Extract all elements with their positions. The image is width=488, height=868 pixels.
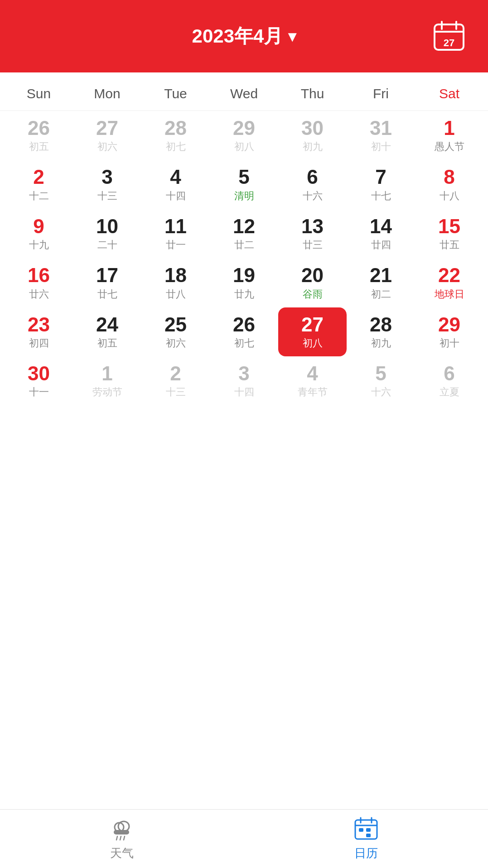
day-number: 13 <box>301 216 324 237</box>
day-cell[interactable]: 19廿九 <box>210 258 278 307</box>
day-cell[interactable]: 18廿八 <box>141 258 210 307</box>
day-lunar: 青年节 <box>298 385 328 399</box>
day-cell[interactable]: 30十一 <box>5 356 73 405</box>
calendar-grid: 26初五27初六28初七29初八30初九31初十1愚人节2十二3十三4十四5清明… <box>0 111 488 405</box>
day-cell[interactable]: 8十八 <box>415 160 483 209</box>
day-lunar: 愚人节 <box>435 140 464 153</box>
day-cell[interactable]: 26初七 <box>210 307 278 356</box>
day-cell[interactable]: 23初四 <box>5 307 73 356</box>
day-cell[interactable]: 30初九 <box>278 111 347 160</box>
month-year-text: 2023年4月 <box>192 24 283 49</box>
day-number: 4 <box>307 363 318 384</box>
day-cell[interactable]: 25初六 <box>141 307 210 356</box>
calendar-header: 2023年4月 ▾ 27 <box>0 0 488 72</box>
day-cell[interactable]: 20谷雨 <box>278 258 347 307</box>
calendar-svg: 27 <box>433 20 465 53</box>
weekday-wed: Wed <box>210 82 278 106</box>
day-cell[interactable]: 28初七 <box>141 111 210 160</box>
svg-line-9 <box>120 836 121 840</box>
day-number: 23 <box>28 314 50 336</box>
day-number: 26 <box>233 314 255 336</box>
day-number: 24 <box>96 314 118 336</box>
day-cell[interactable]: 22地球日 <box>415 258 483 307</box>
day-number: 18 <box>164 264 187 286</box>
day-cell[interactable]: 2十二 <box>5 160 73 209</box>
day-lunar: 立夏 <box>440 385 459 399</box>
day-cell[interactable]: 5清明 <box>210 160 278 209</box>
day-number: 9 <box>33 216 44 237</box>
day-cell[interactable]: 31初十 <box>347 111 415 160</box>
svg-line-8 <box>116 836 117 840</box>
svg-rect-15 <box>359 828 363 832</box>
day-lunar: 十四 <box>166 189 186 203</box>
day-cell[interactable]: 29初八 <box>210 111 278 160</box>
day-cell[interactable]: 1愚人节 <box>415 111 483 160</box>
day-number: 10 <box>96 216 118 237</box>
day-lunar: 清明 <box>234 189 254 203</box>
day-cell[interactable]: 9十九 <box>5 209 73 258</box>
day-cell[interactable]: 6立夏 <box>415 356 483 405</box>
day-cell[interactable]: 4青年节 <box>278 356 347 405</box>
day-number: 3 <box>238 363 249 384</box>
day-cell[interactable]: 29初十 <box>415 307 483 356</box>
day-cell[interactable]: 3十三 <box>73 160 141 209</box>
day-number: 28 <box>164 117 187 139</box>
today-icon[interactable]: 27 <box>433 20 465 53</box>
day-cell[interactable]: 10二十 <box>73 209 141 258</box>
day-lunar: 初十 <box>371 140 391 153</box>
day-lunar: 初八 <box>234 140 254 153</box>
day-cell[interactable]: 17廿七 <box>73 258 141 307</box>
day-lunar: 十二 <box>29 189 49 203</box>
day-cell[interactable]: 13廿三 <box>278 209 347 258</box>
day-cell[interactable]: 4十四 <box>141 160 210 209</box>
day-lunar: 二十 <box>97 238 117 252</box>
day-number: 30 <box>28 363 50 384</box>
day-cell[interactable]: 5十六 <box>347 356 415 405</box>
weekday-sat: Sat <box>415 82 483 106</box>
day-number: 25 <box>164 314 187 336</box>
day-cell[interactable]: 7十七 <box>347 160 415 209</box>
day-cell[interactable]: 3十四 <box>210 356 278 405</box>
day-cell[interactable]: 6十六 <box>278 160 347 209</box>
day-cell[interactable]: 21初二 <box>347 258 415 307</box>
day-lunar: 十四 <box>234 385 254 399</box>
nav-weather[interactable]: 天气 <box>0 816 244 861</box>
day-cell[interactable]: 12廿二 <box>210 209 278 258</box>
weekday-header: SunMonTueWedThuFriSat <box>0 72 488 111</box>
day-cell[interactable]: 27初六 <box>73 111 141 160</box>
day-number: 1 <box>444 117 454 139</box>
day-lunar: 初八 <box>303 336 323 350</box>
weekday-sun: Sun <box>5 82 73 106</box>
day-cell[interactable]: 15廿五 <box>415 209 483 258</box>
day-lunar: 十七 <box>371 189 391 203</box>
day-cell[interactable]: 16廿六 <box>5 258 73 307</box>
day-lunar: 十九 <box>29 238 49 252</box>
day-lunar: 初十 <box>440 336 459 350</box>
svg-rect-17 <box>366 834 371 837</box>
day-cell[interactable]: 14廿四 <box>347 209 415 258</box>
day-cell[interactable]: 26初五 <box>5 111 73 160</box>
day-cell[interactable]: 2十三 <box>141 356 210 405</box>
month-title[interactable]: 2023年4月 ▾ <box>192 24 296 49</box>
day-cell[interactable]: 28初九 <box>347 307 415 356</box>
day-number: 29 <box>438 314 460 336</box>
day-cell[interactable]: 1劳动节 <box>73 356 141 405</box>
day-cell[interactable]: 27初八 <box>278 307 347 356</box>
day-number: 2 <box>170 363 181 384</box>
weekday-mon: Mon <box>73 82 141 106</box>
nav-calendar[interactable]: 日历 <box>244 816 488 861</box>
day-number: 6 <box>444 363 454 384</box>
day-lunar: 初五 <box>97 336 117 350</box>
day-lunar: 廿二 <box>234 238 254 252</box>
day-lunar: 初四 <box>29 336 49 350</box>
day-number: 19 <box>233 264 255 286</box>
day-number: 5 <box>375 363 386 384</box>
day-lunar: 初七 <box>166 140 186 153</box>
bottom-navigation: 天气 日历 <box>0 809 488 868</box>
day-lunar: 廿五 <box>440 238 459 252</box>
dropdown-arrow[interactable]: ▾ <box>288 27 296 45</box>
day-cell[interactable]: 11廿一 <box>141 209 210 258</box>
day-number: 11 <box>164 216 187 237</box>
day-number: 27 <box>96 117 118 139</box>
day-cell[interactable]: 24初五 <box>73 307 141 356</box>
